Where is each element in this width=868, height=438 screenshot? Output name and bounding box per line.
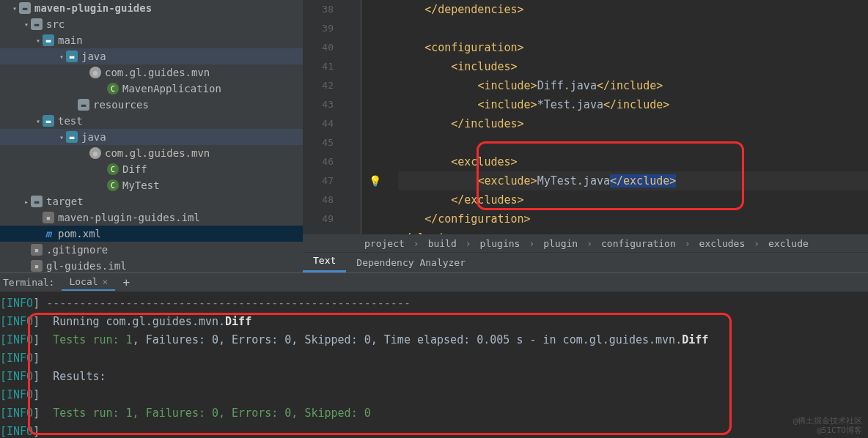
lightbulb-icon[interactable]: 💡 (369, 171, 381, 190)
tree-item[interactable]: ▾▬main (0, 32, 303, 48)
xml-configuration-open: <configuration> (424, 41, 523, 54)
xml-plugin-close: </plugin> (398, 231, 457, 234)
terminal-output[interactable]: [INFO] ---------------------------------… (0, 292, 868, 438)
project-tree[interactable]: ▾▬maven-plugin-guides▾▬src▾▬main▾▬java●c… (0, 0, 303, 272)
xml-excludes-open: <excludes> (451, 155, 517, 168)
tree-item[interactable]: ▾▬java (0, 48, 303, 64)
xml-close-deps: </dependencies> (424, 3, 523, 16)
terminal-panel: Terminal: Local× + [INFO] --------------… (0, 272, 868, 438)
watermark: @稀土掘金技术社区@51CTO博客 (792, 416, 862, 435)
breadcrumb-item[interactable]: configuration (601, 238, 676, 249)
tree-item[interactable]: MyTest (0, 177, 303, 193)
tree-item[interactable]: MavenApplication (0, 81, 303, 97)
new-terminal-button[interactable]: + (122, 275, 130, 289)
xml-includes-close: </includes> (451, 117, 523, 130)
tree-item[interactable]: ▪maven-plugin-guides.iml (0, 209, 303, 226)
breadcrumb-item[interactable]: plugins (480, 238, 521, 249)
tree-item[interactable]: ▪.gitignore (0, 242, 303, 258)
breadcrumb[interactable]: project›build›plugins›plugin›configurati… (303, 234, 868, 252)
tree-item[interactable]: ▾▬java (0, 129, 303, 145)
tree-item[interactable]: ●com.gl.guides.mvn (0, 64, 303, 81)
tree-item[interactable]: mpom.xml (0, 226, 303, 242)
tab-dependency-analyzer[interactable]: Dependency Analyzer (346, 253, 476, 272)
terminal-tab-local[interactable]: Local× (62, 274, 115, 291)
fold-gutter[interactable] (347, 0, 361, 234)
code-content[interactable]: </dependencies> <configuration> <include… (361, 0, 868, 234)
tree-item[interactable]: ▪gl-guides.iml (0, 258, 303, 272)
tree-item[interactable]: ▸▬target (0, 193, 303, 209)
line-gutter: 38394041424344454647484950 (303, 0, 347, 234)
xml-configuration-close: </configuration> (424, 212, 531, 226)
xml-includes-open: <includes> (451, 60, 517, 73)
editor-bottom-tabs: Text Dependency Analyzer (303, 252, 868, 272)
tree-item[interactable]: ▾▬maven-plugin-guides (0, 0, 303, 16)
editor: 38394041424344454647484950 </dependencie… (303, 0, 868, 272)
tree-item[interactable]: Diff (0, 161, 303, 177)
xml-excludes-close: </excludes> (451, 193, 523, 207)
breadcrumb-item[interactable]: plugin (543, 238, 578, 249)
close-icon[interactable]: × (103, 276, 108, 287)
terminal-label: Terminal: (3, 277, 54, 288)
tree-item[interactable]: ▾▬test (0, 113, 303, 129)
tree-item[interactable]: ●com.gl.guides.mvn (0, 145, 303, 161)
breadcrumb-item[interactable]: build (428, 238, 457, 249)
breadcrumb-item[interactable]: exclude (768, 238, 809, 249)
tree-item[interactable]: ▬resources (0, 97, 303, 113)
breadcrumb-item[interactable]: excludes (699, 238, 746, 249)
tab-text[interactable]: Text (303, 250, 346, 272)
tree-item[interactable]: ▾▬src (0, 16, 303, 32)
breadcrumb-item[interactable]: project (364, 238, 405, 249)
